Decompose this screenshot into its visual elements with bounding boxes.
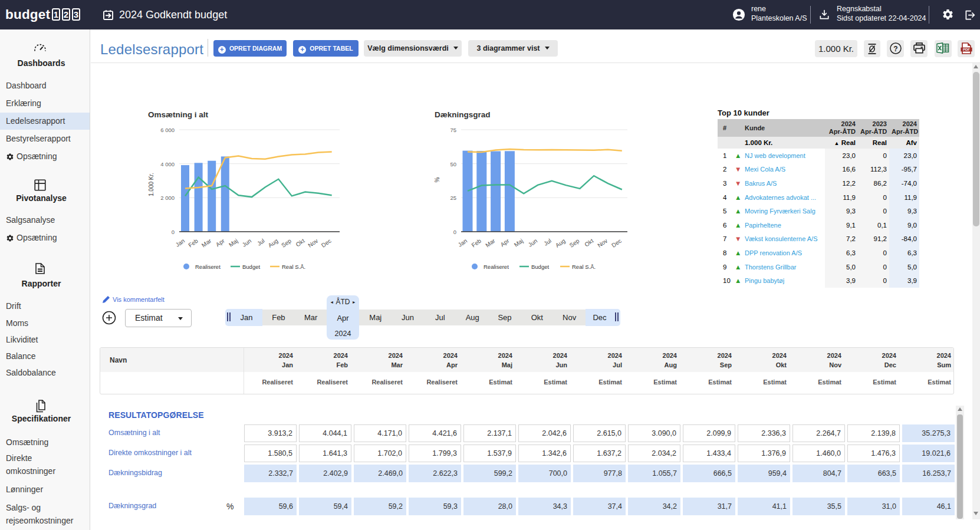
svg-text:Jun: Jun xyxy=(527,238,539,248)
svg-text:50: 50 xyxy=(450,161,456,167)
svg-text:0: 0 xyxy=(172,229,175,235)
svg-text:Okt: Okt xyxy=(295,238,306,248)
svg-text:Nov: Nov xyxy=(307,238,319,249)
svg-text:Feb: Feb xyxy=(471,237,483,248)
svg-text:6 000: 6 000 xyxy=(160,127,175,133)
svg-text:Budget: Budget xyxy=(531,264,549,270)
svg-text:PDF: PDF xyxy=(963,48,970,51)
svg-text:Feb: Feb xyxy=(187,237,199,248)
svg-text:%: % xyxy=(434,177,440,182)
svg-text:Apr: Apr xyxy=(499,237,511,248)
svg-text:Jul: Jul xyxy=(256,238,266,247)
svg-text:Jan: Jan xyxy=(457,238,469,248)
svg-text:Jun: Jun xyxy=(241,238,253,248)
svg-text:Budget: Budget xyxy=(242,264,260,270)
svg-text:4 000: 4 000 xyxy=(160,161,175,167)
svg-text:1.000 Kr.: 1.000 Kr. xyxy=(148,173,154,196)
svg-text:Jul: Jul xyxy=(542,238,553,247)
svg-text:Real S.Å.: Real S.Å. xyxy=(572,264,596,270)
svg-text:75: 75 xyxy=(450,127,456,133)
svg-text:Okt: Okt xyxy=(583,238,594,248)
svg-text:Apr: Apr xyxy=(215,237,226,248)
svg-text:Realiseret: Realiseret xyxy=(195,264,221,270)
svg-text:Aug: Aug xyxy=(267,238,279,249)
svg-text:Sep: Sep xyxy=(568,237,581,248)
svg-text:Aug: Aug xyxy=(554,238,567,249)
svg-text:Mar: Mar xyxy=(200,237,213,248)
svg-text:Realiseret: Realiseret xyxy=(484,264,509,270)
svg-text:Maj: Maj xyxy=(513,238,525,248)
svg-text:Real S.Å.: Real S.Å. xyxy=(282,264,305,270)
svg-text:Dec: Dec xyxy=(610,238,623,249)
svg-text:0: 0 xyxy=(453,229,456,235)
svg-text:Sep: Sep xyxy=(280,237,292,248)
svg-text:?: ? xyxy=(893,45,897,53)
svg-text:Nov: Nov xyxy=(596,238,609,249)
svg-text:25: 25 xyxy=(450,195,456,201)
svg-text:2 000: 2 000 xyxy=(160,195,175,201)
svg-text:Mar: Mar xyxy=(484,237,496,248)
svg-text:Maj: Maj xyxy=(228,238,239,248)
svg-text:Dec: Dec xyxy=(320,238,333,249)
svg-text:Jan: Jan xyxy=(175,238,186,248)
